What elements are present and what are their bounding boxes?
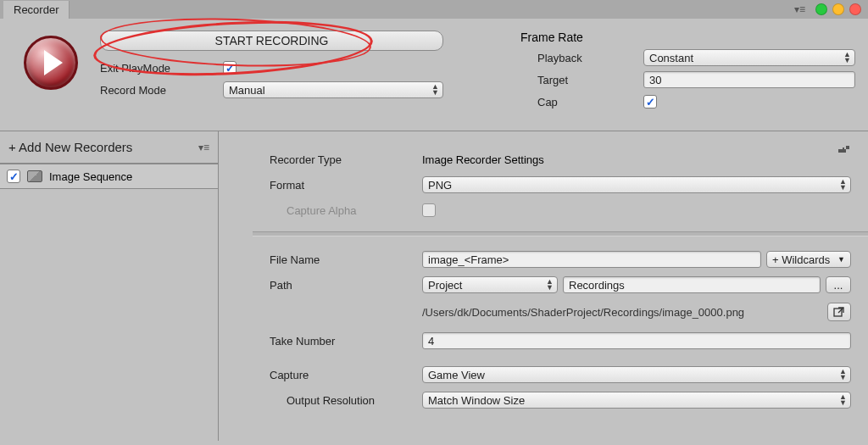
window-maximize-icon[interactable] — [832, 3, 844, 15]
target-value: 30 — [649, 74, 661, 86]
path-sub-input[interactable]: Recordings — [563, 276, 821, 293]
svg-rect-0 — [838, 149, 846, 153]
path-label: Path — [270, 279, 422, 292]
window-minimize-icon[interactable] — [815, 3, 827, 15]
wildcards-label: + Wildcards — [772, 253, 830, 266]
recorders-sidebar: + Add New Recorders ▾≡ Image Sequence — [0, 131, 219, 441]
open-folder-button[interactable] — [827, 303, 851, 321]
output-resolution-label: Output Resolution — [270, 394, 422, 407]
record-mode-value: Manual — [229, 84, 265, 97]
tab-menu-icon[interactable]: ▾≡ — [794, 3, 805, 15]
frame-rate-title: Frame Rate — [520, 31, 860, 44]
cap-checkbox[interactable] — [643, 95, 657, 108]
chevron-updown-icon — [839, 394, 847, 406]
image-sequence-icon — [27, 170, 42, 182]
recorder-enabled-checkbox[interactable] — [7, 170, 20, 183]
recorder-type-value: Image Recorder Settings — [422, 153, 544, 166]
window-close-icon[interactable] — [849, 3, 861, 15]
format-dropdown[interactable]: PNG — [422, 176, 851, 193]
path-root-dropdown[interactable]: Project — [422, 276, 558, 293]
sidebar-menu-icon[interactable]: ▾≡ — [198, 142, 209, 153]
record-mode-label: Record Mode — [100, 84, 223, 97]
record-play-button[interactable] — [24, 36, 78, 90]
exit-playmode-label: Exit PlayMode — [100, 62, 223, 75]
svg-rect-2 — [843, 147, 844, 150]
take-number-input[interactable]: 4 — [422, 332, 851, 349]
exit-playmode-checkbox[interactable] — [223, 61, 236, 75]
tab-bar: Recorder ▾≡ — [0, 0, 868, 19]
output-resolution-dropdown[interactable]: Match Window Size — [422, 392, 851, 409]
capture-dropdown[interactable]: Game View — [422, 366, 851, 383]
add-new-recorders-button[interactable]: + Add New Recorders — [8, 140, 132, 154]
start-recording-button[interactable]: START RECORDING — [100, 31, 443, 51]
tab-recorder[interactable]: Recorder — [3, 1, 70, 19]
recorder-list-item[interactable]: Image Sequence — [0, 164, 218, 189]
svg-rect-3 — [834, 309, 842, 316]
chevron-updown-icon — [839, 179, 847, 191]
chevron-updown-icon — [431, 84, 439, 96]
path-preview-text: /Users/dk/Documents/ShaderProject/Record… — [422, 306, 822, 319]
window-controls: ▾≡ — [794, 3, 861, 15]
chevron-updown-icon — [546, 279, 554, 291]
recorder-header: START RECORDING Exit PlayMode Record Mod… — [0, 19, 868, 131]
playback-label: Playback — [520, 52, 643, 64]
recorder-item-label: Image Sequence — [49, 170, 132, 183]
format-value: PNG — [428, 179, 452, 192]
file-name-label: File Name — [270, 253, 422, 266]
separator — [253, 231, 868, 236]
svg-rect-1 — [846, 146, 849, 149]
chevron-updown-icon — [839, 369, 847, 381]
recorder-settings-panel: Recorder Type Image Recorder Settings Fo… — [219, 131, 868, 441]
take-number-label: Take Number — [270, 335, 422, 348]
capture-value: Game View — [428, 369, 485, 381]
open-external-icon — [833, 306, 845, 318]
file-name-input[interactable]: image_<Frame> — [422, 251, 761, 268]
capture-label: Capture — [270, 369, 422, 381]
chevron-updown-icon — [843, 52, 851, 64]
capture-alpha-checkbox — [422, 203, 436, 217]
format-label: Format — [270, 179, 422, 192]
record-mode-dropdown[interactable]: Manual — [223, 81, 443, 98]
output-resolution-value: Match Window Size — [428, 394, 525, 407]
preset-icon[interactable] — [837, 143, 851, 159]
wildcards-dropdown[interactable]: + Wildcards ▼ — [766, 251, 851, 268]
capture-alpha-label: Capture Alpha — [270, 204, 422, 217]
playback-value: Constant — [649, 52, 693, 64]
recorder-type-label: Recorder Type — [270, 153, 422, 166]
take-number-value: 4 — [428, 335, 434, 348]
path-sub-value: Recordings — [569, 279, 625, 292]
target-input[interactable]: 30 — [643, 71, 855, 88]
recorder-body: + Add New Recorders ▾≡ Image Sequence Re… — [0, 131, 868, 441]
path-root-value: Project — [428, 279, 462, 292]
target-label: Target — [520, 74, 643, 86]
play-icon — [44, 50, 63, 75]
file-name-value: image_<Frame> — [428, 253, 509, 266]
chevron-down-icon: ▼ — [837, 255, 845, 264]
browse-button[interactable]: ... — [826, 276, 851, 293]
cap-label: Cap — [520, 96, 643, 108]
playback-dropdown[interactable]: Constant — [643, 49, 855, 66]
